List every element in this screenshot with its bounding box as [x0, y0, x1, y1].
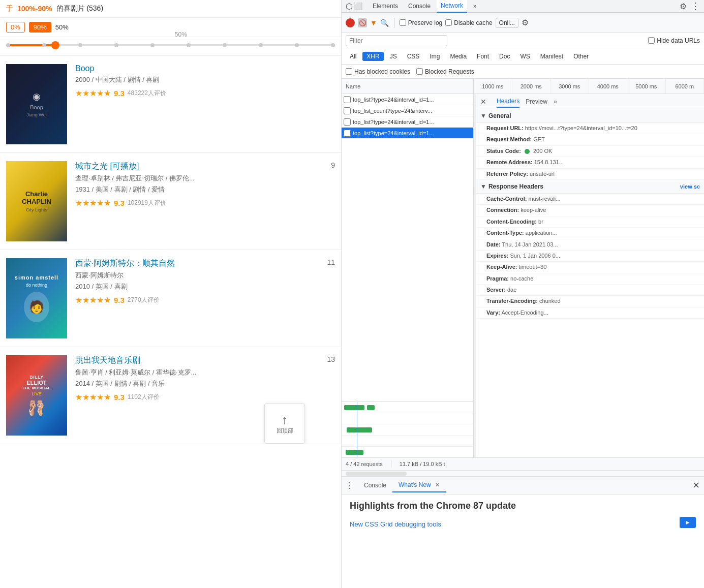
slider-thumb[interactable]: [51, 41, 59, 49]
slider-dot: [259, 43, 263, 47]
disable-cache-checkbox[interactable]: Disable cache: [445, 19, 492, 26]
toolbar-separator: [394, 18, 394, 28]
tab-elements[interactable]: Elements: [369, 0, 402, 13]
preserve-log-checkbox[interactable]: Preserve log: [400, 19, 442, 26]
more-options-icon[interactable]: ⋮: [691, 1, 700, 12]
stars: ★★★★★: [75, 392, 111, 402]
type-btn-media[interactable]: Media: [446, 52, 471, 61]
search-icon[interactable]: 🔍: [380, 19, 389, 27]
request-checkbox[interactable]: [344, 96, 351, 103]
timeline-row: [342, 436, 473, 447]
type-btn-img[interactable]: Img: [425, 52, 444, 61]
horizontal-scrollbar[interactable]: [342, 470, 704, 476]
feature-play-button[interactable]: ►: [680, 517, 696, 528]
request-name: top_list?type=24&interval_id=1...: [353, 130, 471, 136]
movie-item: simon amstell do nothing 🧑 西蒙·阿姆斯特尔：顺其自然…: [0, 250, 341, 347]
headers-tab-preview[interactable]: Preview: [526, 96, 547, 107]
online-dropdown[interactable]: Onli...: [496, 18, 518, 28]
whatsnew-tab-close-icon[interactable]: ✕: [435, 482, 440, 488]
blocked-requests-checkbox[interactable]: Blocked Requests: [416, 68, 474, 75]
preserve-log-input[interactable]: [400, 19, 406, 26]
network-settings-icon[interactable]: ⚙: [522, 18, 529, 27]
movie-item: Charlie CHAPLIN City Lights 城市之光 [可播放]9 …: [0, 153, 341, 250]
referrer-policy-row: Referrer Policy: unsafe-url: [476, 169, 704, 180]
tab-more[interactable]: »: [469, 0, 481, 13]
bottom-close-icon[interactable]: ✕: [692, 480, 700, 491]
tick-5000: 5000 ms: [627, 79, 666, 94]
movie-title[interactable]: 跳出我天地音乐剧13: [75, 355, 335, 366]
type-btn-css[interactable]: CSS: [403, 52, 424, 61]
movie-title[interactable]: 城市之光 [可播放]9: [75, 161, 335, 172]
general-section-header[interactable]: ▼ General: [476, 109, 704, 123]
type-btn-other[interactable]: Other: [569, 52, 593, 61]
preserve-log-label: Preserve log: [408, 19, 442, 26]
blocked-requests-input[interactable]: [416, 68, 423, 75]
type-btn-ws[interactable]: WS: [516, 52, 534, 61]
request-checkbox[interactable]: [344, 130, 351, 137]
type-btn-doc[interactable]: Doc: [495, 52, 514, 61]
close-panel-icon[interactable]: ✕: [480, 98, 486, 106]
stop-button[interactable]: 🚫: [358, 18, 367, 27]
slider-50-label: 50%: [175, 31, 187, 38]
type-btn-manifest[interactable]: Manifest: [536, 52, 567, 61]
timeline-row: [342, 413, 473, 424]
movie-poster-elliot: BILLY ELLIOT THE MUSICAL LIVE 🩰: [6, 355, 67, 436]
headers-tab-headers[interactable]: Headers: [497, 96, 519, 108]
has-blocked-cookies-checkbox[interactable]: Has blocked cookies: [346, 68, 410, 75]
movie-title[interactable]: Boop: [75, 64, 335, 73]
blocked-requests-label: Blocked Requests: [425, 68, 474, 75]
request-row[interactable]: top_list?type=24&interval_id=1...: [342, 94, 473, 105]
back-to-top-button[interactable]: ↑ 回顶部: [264, 403, 305, 444]
bottom-tab-console[interactable]: Console: [358, 479, 392, 492]
type-btn-font[interactable]: Font: [473, 52, 493, 61]
gear-icon[interactable]: ⚙: [680, 2, 687, 11]
tick-6000: 6000 m: [666, 79, 705, 94]
type-btn-xhr[interactable]: XHR: [362, 52, 383, 61]
request-method-key: Request Method:: [486, 136, 532, 142]
transfer-encoding-val: chunked: [539, 298, 561, 304]
network-filter-input[interactable]: [346, 35, 447, 46]
slider-dot: [42, 43, 46, 47]
filter-start[interactable]: 0%: [6, 22, 25, 33]
record-button[interactable]: [346, 18, 355, 27]
scrollbar-thumb[interactable]: [346, 472, 407, 476]
view-source-link[interactable]: view sc: [680, 183, 700, 190]
rating-num: 9.3: [114, 199, 125, 207]
slider-track[interactable]: 50%: [6, 40, 335, 50]
more-tabs-icon[interactable]: »: [554, 98, 557, 105]
cache-control-val: must-revali...: [529, 196, 561, 202]
bottom-tab-whatsnew[interactable]: What's New ✕: [392, 478, 446, 492]
movie-num: 11: [327, 258, 335, 266]
type-btn-all[interactable]: All: [346, 52, 360, 61]
response-headers-section-header[interactable]: ▼ Response Headers view sc: [476, 180, 704, 194]
request-row-selected[interactable]: top_list?type=24&interval_id=1...: [342, 128, 473, 139]
bottom-area: ⋮ Console What's New ✕ ✕ Highlights from…: [342, 476, 704, 588]
movie-title[interactable]: 西蒙·阿姆斯特尔：顺其自然11: [75, 258, 335, 269]
filter-end[interactable]: 90%: [29, 22, 51, 33]
movie-meta: 2014 / 英国 / 剧情 / 喜剧 / 音乐: [75, 379, 335, 388]
hide-data-urls-input[interactable]: [648, 37, 655, 44]
tab-network[interactable]: Network: [437, 0, 467, 13]
hide-data-urls-checkbox[interactable]: Hide data URLs: [648, 37, 700, 44]
has-blocked-cookies-input[interactable]: [346, 68, 352, 75]
slider-dot: [187, 43, 191, 47]
device-icon[interactable]: ⬜: [354, 2, 362, 10]
filter-bar: 0% 90% 50%: [0, 18, 341, 37]
request-checkbox[interactable]: [344, 107, 351, 114]
referrer-policy-val: unsafe-url: [530, 171, 555, 177]
response-headers-label: Response Headers: [488, 183, 543, 190]
bottom-options-icon[interactable]: ⋮: [346, 481, 354, 490]
cursor-icon[interactable]: ⬡: [346, 2, 353, 11]
whatsnew-tab-label: What's New: [399, 481, 431, 488]
request-checkbox[interactable]: [344, 118, 351, 126]
movie-meta: 1931 / 美国 / 喜剧 / 剧情 / 爱情: [75, 185, 335, 194]
disable-cache-input[interactable]: [445, 19, 452, 26]
type-btn-js[interactable]: JS: [386, 52, 401, 61]
filter-icon[interactable]: ▼: [370, 19, 377, 27]
new-css-grid-link[interactable]: New CSS Grid debugging tools: [350, 520, 441, 528]
network-status-bar: 4 / 42 requests 11.7 kB / 19.0 kB t: [342, 457, 704, 470]
request-row[interactable]: top_list_count?type=24&interv...: [342, 105, 473, 116]
request-row[interactable]: top_list?type=24&interval_id=1...: [342, 116, 473, 128]
type-filter-row: All XHR JS CSS Img Media Font Doc WS Man…: [342, 48, 704, 65]
tab-console[interactable]: Console: [404, 0, 435, 13]
